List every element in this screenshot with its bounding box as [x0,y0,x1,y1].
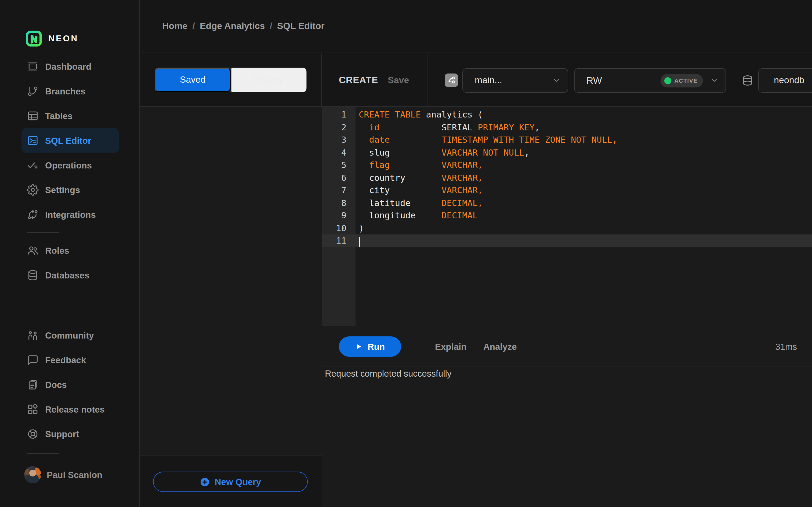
run-bar: Run Explain Analyze 31ms [322,326,812,367]
branch-badge-button[interactable] [445,73,458,87]
brand-wordmark: NEON [48,34,79,43]
dashboard-icon [27,61,39,72]
code-line-6: 6 country VARCHAR, [322,171,812,184]
line-number: 6 [322,171,356,184]
sidebar-item-tables[interactable]: Tables [21,104,119,128]
line-number: 4 [322,146,356,159]
code-text: id SERIAL PRIMARY KEY, [356,121,540,133]
sidebar-item-release-notes[interactable]: Release notes [21,397,119,422]
gear-icon [27,184,39,196]
sidebar-item-label: Operations [45,160,92,170]
user-menu[interactable]: Paul Scanlon [24,462,139,487]
sidebar-item-dashboard[interactable]: Dashboard [21,54,119,79]
active-status-dot [664,77,671,84]
line-number: 3 [322,133,356,146]
neon-logo-icon [26,30,42,46]
code-line-1: 1CREATE TABLE analytics ( [322,108,812,121]
analyze-button[interactable]: Analyze [483,326,517,367]
line-number: 1 [322,108,356,121]
avatar [24,466,41,484]
breadcrumb-sql-editor: SQL Editor [277,21,325,32]
line-number: 8 [322,196,356,209]
sidebar-item-label: SQL Editor [45,135,91,146]
feedback-icon [27,354,39,366]
code-line-8: 8 latitude DECIMAL, [322,196,812,209]
sidebar-item-roles[interactable]: Roles [21,238,119,263]
code-text: city VARCHAR, [356,184,483,196]
sidebar-item-label: Docs [45,380,67,390]
code-line-11: 11 [322,234,812,247]
editor-toolbar: Saved History CREATE Save main... RW ACT… [140,54,812,107]
sidebar-item-label: Integrations [45,210,96,220]
sidebar-item-label: Support [45,429,79,439]
checklist-icon [27,159,39,171]
sidebar-item-operations[interactable]: Operations [21,153,119,178]
database-selector-value: neondb [774,75,804,86]
sidebar-item-community[interactable]: Community [21,323,119,348]
code-line-10: 10) [322,222,812,234]
sidebar-item-branches[interactable]: Branches [21,79,119,104]
editor-toolbar-main: CREATE Save main... RW ACTIVE neondb [322,54,812,106]
sidebar-item-support[interactable]: Support [21,422,119,446]
query-duration: 31ms [775,326,797,367]
text-cursor [359,237,360,246]
plus-circle-icon [200,477,210,487]
sidebar-item-label: Databases [45,270,89,280]
sidebar-item-integrations[interactable]: Integrations [21,202,119,227]
line-number: 11 [322,234,356,247]
sidebar-divider [28,453,59,454]
chevron-down-icon [711,77,718,84]
sidebar-item-label: Tables [45,111,72,121]
sidebar-item-label: Roles [45,245,69,256]
sidebar-nav: DashboardBranchesTablesSQL EditorOperati… [0,54,139,288]
sql-editor-surface[interactable]: 1CREATE TABLE analytics (2 id SERIAL PRI… [322,107,812,326]
git-branch-icon [27,85,39,97]
sidebar-item-settings[interactable]: Settings [21,178,119,202]
breadcrumb-separator: / [269,21,272,32]
run-button[interactable]: Run [339,336,401,357]
code-line-9: 9 longitude DECIMAL [322,209,812,222]
code-line-3: 3 date TIMESTAMP WITH TIME ZONE NOT NULL… [322,133,812,146]
saved-queries-list [140,107,322,455]
sidebar-item-label: Release notes [45,404,105,414]
editor-pane: 1CREATE TABLE analytics (2 id SERIAL PRI… [322,107,812,507]
sidebar-item-feedback[interactable]: Feedback [21,348,119,372]
breadcrumb-separator: / [192,21,195,32]
support-icon [27,428,39,440]
code-text [356,234,360,247]
breadcrumb-home[interactable]: Home [162,21,188,32]
status-badge: ACTIVE [660,74,703,87]
compute-selector-value: RW [587,75,602,86]
branch-selector[interactable]: main... [462,68,568,93]
save-button[interactable]: Save [388,54,409,106]
breadcrumb-edge-analytics[interactable]: Edge Analytics [200,21,265,32]
branch-selector-value: main... [475,75,502,86]
line-number: 2 [322,121,356,133]
explain-button[interactable]: Explain [435,326,466,367]
active-status-label: ACTIVE [674,77,698,84]
sidebar-item-label: Settings [45,185,80,195]
sidebar-item-sql-editor[interactable]: SQL Editor [21,128,119,153]
page-header: Home/Edge Analytics/SQL Editor [140,0,812,53]
terminal-icon [27,135,39,147]
status-message: Request completed successfully [325,369,451,379]
code-line-5: 5 flag VARCHAR, [322,159,812,171]
run-label: Run [368,341,385,352]
sidebar-item-docs[interactable]: Docs [21,372,119,397]
sidebar-item-label: Community [45,330,94,340]
table-icon [27,110,39,122]
sidebar-item-label: Branches [45,86,85,96]
sidebar-item-databases[interactable]: Databases [21,263,119,288]
database-selector[interactable]: neondb [758,68,812,93]
code-text: latitude DECIMAL, [356,196,483,209]
sidebar-nav-bottom: CommunityFeedbackDocsRelease notesSuppor… [0,323,139,446]
brand-logo[interactable]: NEON [0,0,139,54]
play-icon [355,343,363,350]
tab-saved[interactable]: Saved [155,68,231,92]
tab-history[interactable]: History [231,68,307,92]
code-text: country VARCHAR, [356,171,483,184]
sidebar-item-label: Feedback [45,355,86,365]
new-query-button[interactable]: New Query [153,471,308,492]
compute-selector[interactable]: RW ACTIVE [574,68,726,93]
chevron-down-icon [553,77,560,84]
